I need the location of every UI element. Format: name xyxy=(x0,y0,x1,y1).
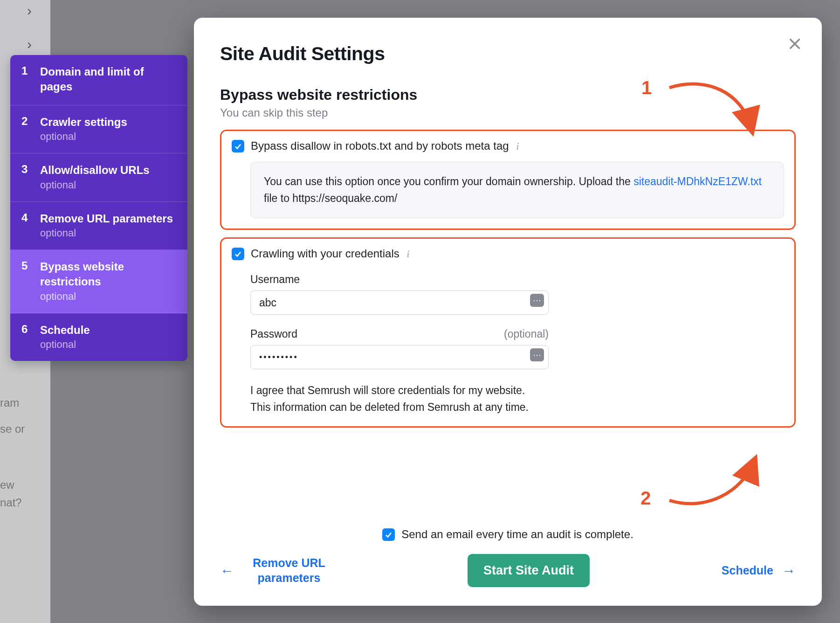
step-number: 4 xyxy=(21,211,30,239)
username-input[interactable] xyxy=(250,291,549,315)
username-label: Username xyxy=(250,273,300,286)
password-optional: (optional) xyxy=(504,328,549,340)
step-number: 5 xyxy=(21,259,30,303)
step-optional: optional xyxy=(40,227,176,239)
modal-title: Site Audit Settings xyxy=(220,43,796,65)
step-title: Crawler settings xyxy=(40,115,176,130)
arrow-right-icon: → xyxy=(782,563,796,579)
sidebar-step-remove-params[interactable]: 4 Remove URL parameters optional xyxy=(10,202,187,250)
modal-footer: Send an email every time an audit is com… xyxy=(220,528,796,587)
sidebar-step-domain[interactable]: 1 Domain and limit of pages xyxy=(10,55,187,105)
email-checkbox[interactable] xyxy=(382,528,395,541)
settings-modal: Site Audit Settings Bypass website restr… xyxy=(194,18,822,606)
wizard-sidebar: 1 Domain and limit of pages 2 Crawler se… xyxy=(10,55,187,361)
input-suggestion-icon[interactable]: ⋯ xyxy=(530,348,544,361)
step-number: 3 xyxy=(21,163,30,191)
info-icon[interactable]: i xyxy=(516,141,526,151)
close-icon xyxy=(787,36,802,51)
sidebar-step-schedule[interactable]: 6 Schedule optional xyxy=(10,313,187,361)
credentials-checkbox[interactable] xyxy=(232,248,244,260)
annotation-arrow-2 xyxy=(660,451,763,512)
check-icon xyxy=(234,142,242,151)
info-icon[interactable]: i xyxy=(407,249,416,258)
section-hint: You can skip this step xyxy=(220,106,796,119)
arrow-left-icon: ← xyxy=(220,563,234,579)
ownership-file-link[interactable]: siteaudit-MDhkNzE1ZW.txt xyxy=(633,175,762,187)
prev-step-button[interactable]: ← Remove URL parameters xyxy=(220,556,336,585)
sidebar-step-allow-disallow[interactable]: 3 Allow/disallow URLs optional xyxy=(10,153,187,201)
credentials-agree-text: I agree that Semrush will store credenti… xyxy=(250,382,539,415)
section-title: Bypass website restrictions xyxy=(220,86,796,104)
password-input[interactable] xyxy=(250,345,549,369)
check-icon xyxy=(234,249,242,258)
step-number: 6 xyxy=(21,323,30,351)
chevron-right-icon: › xyxy=(27,3,32,19)
annotation-number-2: 2 xyxy=(640,488,651,509)
step-title: Schedule xyxy=(40,323,176,338)
hint-text-pre: You can use this option once you confirm… xyxy=(264,175,633,187)
background-text: se or xyxy=(0,421,37,437)
bypass-robots-checkbox[interactable] xyxy=(232,140,244,152)
check-icon xyxy=(384,530,393,539)
step-title: Remove URL parameters xyxy=(40,211,176,226)
password-label: Password xyxy=(250,328,297,340)
next-step-button[interactable]: Schedule → xyxy=(722,563,796,579)
start-audit-button[interactable]: Start Site Audit xyxy=(468,554,590,587)
bypass-robots-card: Bypass disallow in robots.txt and by rob… xyxy=(220,130,796,230)
step-number: 2 xyxy=(21,115,30,143)
background-text: ram xyxy=(0,395,37,411)
ownership-hint: You can use this option once you confirm… xyxy=(250,162,784,218)
credentials-card: Crawling with your credentials i Usernam… xyxy=(220,237,796,427)
step-title: Bypass website restrictions xyxy=(40,259,176,290)
step-optional: optional xyxy=(40,179,176,191)
credentials-label: Crawling with your credentials xyxy=(251,247,399,260)
background-text: ew xyxy=(0,477,37,493)
step-title: Allow/disallow URLs xyxy=(40,163,176,178)
bypass-robots-label: Bypass disallow in robots.txt and by rob… xyxy=(251,139,509,152)
sidebar-step-crawler[interactable]: 2 Crawler settings optional xyxy=(10,105,187,153)
step-number: 1 xyxy=(21,64,30,95)
close-button[interactable] xyxy=(784,33,806,55)
email-label: Send an email every time an audit is com… xyxy=(401,528,633,541)
step-optional: optional xyxy=(40,131,176,143)
step-title: Domain and limit of pages xyxy=(40,64,176,95)
prev-step-label: Remove URL parameters xyxy=(242,556,336,585)
step-optional: optional xyxy=(40,291,176,303)
annotation-number-1: 1 xyxy=(641,77,652,98)
chevron-right-icon: › xyxy=(27,36,32,52)
hint-text-post: file to https://seoquake.com/ xyxy=(264,192,397,204)
input-suggestion-icon[interactable]: ⋯ xyxy=(530,294,544,307)
step-optional: optional xyxy=(40,339,176,351)
next-step-label: Schedule xyxy=(722,563,773,578)
sidebar-step-bypass[interactable]: 5 Bypass website restrictions optional xyxy=(10,250,187,313)
background-text: nat? xyxy=(0,494,37,511)
